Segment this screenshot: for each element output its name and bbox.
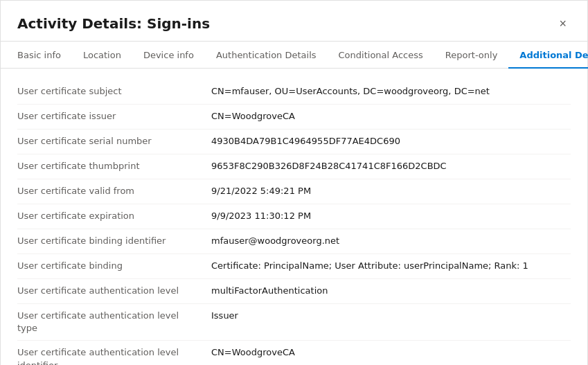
detail-label: User certificate binding identifier [17, 235, 211, 247]
detail-row: User certificate subjectCN=mfauser, OU=U… [17, 80, 571, 105]
tab-location[interactable]: Location [72, 42, 132, 69]
detail-label: User certificate issuer [17, 110, 211, 123]
dialog-title: Activity Details: Sign-ins [17, 15, 210, 32]
detail-row: User certificate issuerCN=WoodgroveCA [17, 105, 571, 130]
detail-value: Issuer [211, 310, 571, 322]
tab-basic-info[interactable]: Basic info [17, 42, 72, 69]
detail-value: 9/9/2023 11:30:12 PM [211, 210, 571, 222]
detail-label: User certificate subject [17, 85, 211, 98]
detail-row: User certificate authentication levelmul… [17, 279, 571, 304]
detail-label: User certificate authentication level [17, 285, 211, 297]
detail-row: User certificate valid from9/21/2022 5:4… [17, 179, 571, 204]
detail-row: User certificate binding identifiermfaus… [17, 229, 571, 254]
tab-authentication-details[interactable]: Authentication Details [205, 42, 328, 69]
tab-additional-details[interactable]: Additional Details [508, 42, 588, 69]
tab-conditional-access[interactable]: Conditional Access [328, 42, 434, 69]
detail-row: User certificate expiration9/9/2023 11:3… [17, 204, 571, 229]
tab-bar: Basic infoLocationDevice infoAuthenticat… [1, 42, 587, 69]
dialog-header: Activity Details: Sign-ins × [1, 1, 587, 42]
detail-label: User certificate expiration [17, 210, 211, 222]
detail-label: User certificate valid from [17, 185, 211, 197]
detail-row: User certificate bindingCertificate: Pri… [17, 254, 571, 279]
detail-label: User certificate serial number [17, 135, 211, 148]
detail-value: CN=WoodgroveCA [211, 346, 571, 359]
detail-value: CN=WoodgroveCA [211, 110, 571, 123]
detail-row: User certificate authentication level ty… [17, 304, 571, 341]
detail-label: User certificate binding [17, 260, 211, 272]
detail-value: Certificate: PrincipalName; User Attribu… [211, 260, 571, 272]
detail-row: User certificate serial number4930B4DA79… [17, 130, 571, 154]
detail-value: 9653F8C290B326D8F24B28C41741C8F166D2CBDC [211, 160, 571, 172]
detail-value: multiFactorAuthentication [211, 285, 571, 297]
content-area: User certificate subjectCN=mfauser, OU=U… [1, 69, 587, 365]
detail-value: mfauser@woodgroveorg.net [211, 235, 571, 247]
tab-device-info[interactable]: Device info [132, 42, 205, 69]
detail-value: CN=mfauser, OU=UserAccounts, DC=woodgrov… [211, 85, 571, 98]
activity-details-dialog: Activity Details: Sign-ins × Basic infoL… [0, 0, 588, 365]
detail-label: User certificate authentication level id… [17, 346, 211, 365]
detail-row: User certificate authentication level id… [17, 341, 571, 365]
detail-label: User certificate thumbprint [17, 160, 211, 172]
tab-report-only[interactable]: Report-only [434, 42, 509, 69]
detail-row: User certificate thumbprint9653F8C290B32… [17, 154, 571, 179]
close-button[interactable]: × [555, 15, 571, 33]
detail-value: 9/21/2022 5:49:21 PM [211, 185, 571, 197]
detail-label: User certificate authentication level ty… [17, 310, 211, 335]
detail-value: 4930B4DA79B1C4964955DF77AE4DC690 [211, 135, 571, 148]
